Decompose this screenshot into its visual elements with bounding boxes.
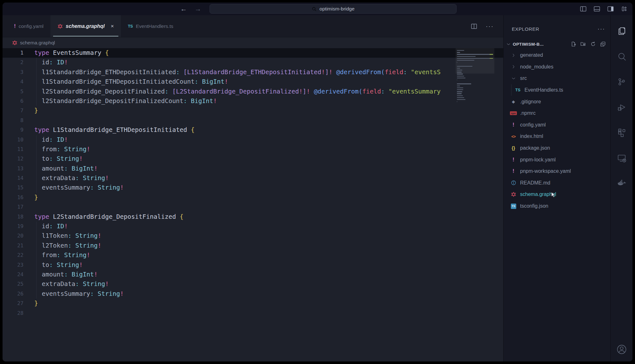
minimap-line: [457, 89, 463, 90]
explorer-more-actions-button[interactable]: ···: [598, 26, 605, 32]
refresh-icon[interactable]: [590, 41, 596, 47]
minimap[interactable]: [456, 48, 494, 181]
chevron-right-icon: [510, 64, 517, 69]
code-line: from: String!: [3, 250, 456, 260]
nav-forward-button[interactable]: →: [195, 5, 201, 13]
tab-config.yaml[interactable]: !config.yaml: [7, 15, 50, 37]
line-number: 11: [3, 145, 27, 154]
breadcrumb[interactable]: schema.graphql: [3, 37, 503, 48]
tree-item-generated[interactable]: generated: [504, 49, 610, 61]
chevron-down-icon: [506, 42, 511, 47]
line-number: 27: [3, 299, 27, 308]
minimap-line: [457, 68, 460, 68]
graphql-icon: [57, 23, 63, 29]
tree-item-label: .npmrc: [520, 110, 536, 116]
line-number-gutter: 1234567891011121314151617181920212223242…: [3, 48, 27, 318]
line-number: 19: [3, 222, 27, 231]
code-line: extraData: String!: [3, 279, 456, 289]
line-number: 6: [3, 96, 27, 106]
nav-back-button[interactable]: ←: [180, 5, 187, 13]
tree-item-schema.graphql[interactable]: schema.graphql: [504, 189, 610, 200]
breadcrumb-file-label: schema.graphql: [20, 40, 55, 46]
minimap-line: [457, 101, 457, 102]
code-line: id: ID!: [3, 222, 456, 231]
close-icon[interactable]: ×: [111, 23, 114, 29]
activity-account-icon[interactable]: [615, 342, 629, 356]
ts-icon: TS: [128, 24, 133, 29]
line-number: 10: [3, 135, 27, 145]
title-bar: ← → optimism-bridge: [3, 3, 632, 15]
minimap-line: [457, 99, 465, 100]
workspace-section-header[interactable]: OPTIMISM-B...: [504, 39, 610, 49]
code-line: id: ID!: [3, 135, 456, 145]
line-number: 2: [3, 58, 27, 67]
code-line: eventsSummary: String!: [3, 183, 456, 192]
tab-EventHandlers.ts[interactable]: TSEventHandlers.ts: [121, 15, 180, 37]
tab-schema.graphql[interactable]: schema.graphql×: [50, 15, 121, 37]
minimap-line: [457, 97, 464, 98]
minimap-line: [457, 62, 457, 62]
code-line: }: [3, 106, 456, 115]
search-icon: [311, 6, 317, 12]
activity-extensions-icon[interactable]: [615, 126, 629, 140]
tree-item-README.md[interactable]: README.md: [504, 177, 610, 189]
code-editor[interactable]: 1234567891011121314151617181920212223242…: [3, 48, 503, 361]
layout-sidebar-right-active-icon[interactable]: [607, 5, 614, 13]
minimap-line-string: [490, 54, 493, 55]
tree-item-label: tsconfig.json: [520, 203, 548, 209]
tree-item-tsconfig.json[interactable]: TStsconfig.json: [504, 200, 610, 212]
new-file-icon[interactable]: [571, 41, 576, 47]
chevron-right-icon: [510, 53, 517, 58]
split-editor-icon[interactable]: [471, 23, 478, 30]
tree-item-config.yaml[interactable]: !config.yaml: [504, 119, 610, 131]
line-number: 28: [3, 309, 27, 318]
command-center-search[interactable]: optimism-bridge: [210, 4, 457, 14]
tree-item-pnpm-lock.yaml[interactable]: !pnpm-lock.yaml: [504, 154, 610, 166]
line-number: 21: [3, 241, 27, 250]
minimap-line: [457, 83, 471, 84]
explorer-sidebar: EXPLORER ··· OPTIMISM-B... generatednode…: [503, 15, 610, 361]
activity-docker-icon[interactable]: [615, 176, 629, 190]
activity-source-control-icon[interactable]: [615, 75, 629, 89]
layout-customize-icon[interactable]: [620, 5, 628, 13]
minimap-line: [457, 76, 464, 76]
code-line: l1StandardBridge_ETHDepositInitiated: [L…: [3, 68, 456, 77]
more-actions-icon[interactable]: ···: [486, 23, 494, 30]
tree-item-src[interactable]: src: [504, 73, 610, 84]
mouse-cursor-icon: [551, 192, 556, 198]
activity-run-debug-icon[interactable]: [615, 100, 629, 114]
tree-item-label: generated: [520, 52, 543, 58]
code-content: type EventsSummary { id: ID! l1StandardB…: [3, 48, 456, 318]
tree-item-EventHandlers.ts[interactable]: TSEventHandlers.ts: [504, 84, 610, 96]
tree-item-label: pnpm-workspace.yaml: [520, 168, 571, 174]
editor-region: !config.yamlschema.graphql×TSEventHandle…: [3, 15, 503, 361]
line-number: 4: [3, 77, 27, 87]
tree-item-label: node_modules: [520, 64, 553, 70]
tree-item-label: pnpm-lock.yaml: [520, 157, 556, 163]
activity-search-icon[interactable]: [615, 49, 629, 63]
npm-icon: npm: [510, 111, 517, 115]
tree-item-pnpm-workspace.yaml[interactable]: !pnpm-workspace.yaml: [504, 166, 610, 177]
layout-panel-bottom-icon[interactable]: [593, 5, 601, 13]
vscode-window: ← → optimism-bridge !config.yamlschema.g…: [3, 3, 632, 361]
code-line: type EventsSummary {: [3, 48, 456, 58]
yaml-icon: !: [510, 122, 517, 128]
minimap-line: [457, 86, 460, 86]
tree-item-node_modules[interactable]: node_modules: [504, 61, 610, 73]
tree-item-index.html[interactable]: <>index.html: [504, 131, 610, 142]
new-folder-icon[interactable]: [580, 41, 586, 47]
activity-explorer-icon[interactable]: [615, 24, 629, 38]
activity-remote-icon[interactable]: [615, 151, 629, 165]
line-number: 26: [3, 289, 27, 299]
tree-item-.gitignore[interactable]: ◆.gitignore: [504, 96, 610, 107]
workspace-name: OPTIMISM-B...: [513, 42, 569, 47]
minimap-line: [457, 66, 472, 67]
minimap-line: [457, 74, 463, 74]
tree-item-.npmrc[interactable]: npm.npmrc: [504, 107, 610, 119]
line-number: 5: [3, 87, 27, 96]
layout-sidebar-left-icon[interactable]: [579, 5, 587, 13]
collapse-all-icon[interactable]: [600, 41, 606, 47]
tree-item-package.json[interactable]: {}package.json: [504, 142, 610, 154]
code-line: to: String!: [3, 260, 456, 270]
git-icon: ◆: [510, 99, 517, 104]
